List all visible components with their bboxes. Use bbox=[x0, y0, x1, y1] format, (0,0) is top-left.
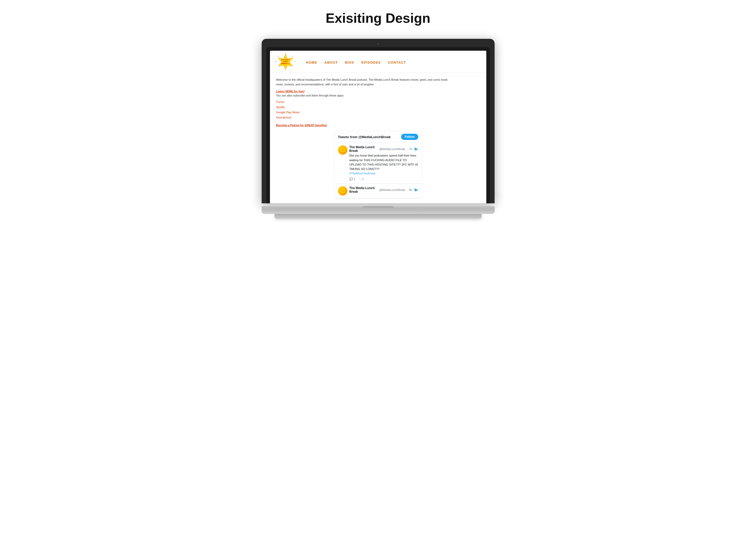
reply-icon: 💬 bbox=[349, 178, 353, 181]
twitter-header-title: Tweets from @MediaLunchBreak bbox=[338, 135, 391, 139]
tweet-meta: The Media Lunch Break @MediaLunchBreak ·… bbox=[349, 145, 418, 153]
app-links: iTunes Spotify Google Play Music Soundcl… bbox=[276, 100, 480, 120]
tweet-time-value: 7h bbox=[409, 147, 412, 150]
twitter-widget: Tweets from @MediaLunchBreak Follow MLB bbox=[334, 131, 422, 198]
nav-episodes[interactable]: EPISODES bbox=[362, 61, 381, 64]
laptop-foot bbox=[275, 214, 482, 219]
app-itunes[interactable]: iTunes bbox=[276, 100, 480, 105]
welcome-text: Welcome to the official headquarters of … bbox=[276, 78, 452, 87]
svg-text:MLB: MLB bbox=[341, 190, 344, 192]
app-spotify[interactable]: Spotify bbox=[276, 105, 480, 110]
svg-line-4 bbox=[278, 56, 279, 57]
tweet-name: The Media Lunch Break bbox=[349, 145, 378, 153]
tweet-time-2: · bbox=[407, 188, 407, 191]
tweet-name-2: The Media Lunch Break bbox=[349, 186, 378, 193]
tweet-content-2: The Media Lunch Break @MediaLunchBreak ·… bbox=[349, 186, 418, 195]
camera-dot bbox=[378, 43, 379, 45]
tweet-like-action[interactable]: ♡ 1 bbox=[359, 178, 364, 181]
nav-about[interactable]: ABOUT bbox=[325, 61, 338, 64]
main-nav: HOME ABOUT BIOS EPISODES CONTACT bbox=[306, 61, 406, 64]
tweet-avatar: MLB bbox=[338, 145, 347, 155]
site-logo[interactable]: THE MEDIA LUNCH BREAK !! bbox=[275, 53, 298, 71]
app-google-play[interactable]: Google Play Music bbox=[276, 110, 480, 115]
listen-link[interactable]: Listen HERE for free! bbox=[276, 90, 480, 93]
twitter-widget-container: Tweets from @MediaLunchBreak Follow MLB bbox=[276, 131, 480, 198]
patron-link[interactable]: Become a Patron for GREAT benefits! bbox=[276, 124, 480, 127]
svg-line-2 bbox=[292, 56, 293, 57]
laptop-touchpad bbox=[363, 206, 394, 208]
tweet-meta-2: The Media Lunch Break @MediaLunchBreak ·… bbox=[349, 186, 418, 193]
laptop-keyboard-base bbox=[262, 206, 495, 214]
twitter-header: Tweets from @MediaLunchBreak Follow bbox=[334, 131, 422, 143]
tweet-content: The Media Lunch Break @MediaLunchBreak ·… bbox=[349, 145, 418, 181]
laptop-body: THE MEDIA LUNCH BREAK !! HOME ABOUT BIOS… bbox=[262, 39, 495, 203]
page-title: Exisiting Design bbox=[326, 10, 430, 26]
tweet-item-2: MLB The Media Lunch Break @MediaLunchBre… bbox=[334, 184, 422, 198]
screen-bezel: THE MEDIA LUNCH BREAK !! HOME ABOUT BIOS… bbox=[266, 47, 490, 203]
tweet-handle: @MediaLunchBreak bbox=[379, 147, 405, 150]
tweet-time-value-2: 8h bbox=[409, 188, 412, 191]
tweet-actions: 💬 1 ♡ 1 bbox=[349, 178, 418, 181]
tweet-reply-action[interactable]: 💬 1 bbox=[349, 178, 355, 181]
logo-text: THE MEDIA LUNCH BREAK !! bbox=[278, 59, 292, 65]
tweet-hashtag[interactable]: #TheMoreYouKnow bbox=[349, 172, 376, 175]
laptop-screen: THE MEDIA LUNCH BREAK !! HOME ABOUT BIOS… bbox=[270, 51, 486, 203]
twitter-bird-icon-2: 🐦 bbox=[414, 188, 418, 192]
nav-contact[interactable]: CONTACT bbox=[388, 61, 406, 64]
nav-home[interactable]: HOME bbox=[306, 61, 317, 64]
heart-icon: ♡ bbox=[359, 178, 362, 181]
follow-button[interactable]: Follow bbox=[401, 134, 418, 140]
subscribe-text: You can also subscribe and listen throug… bbox=[276, 94, 480, 97]
site-header: THE MEDIA LUNCH BREAK !! HOME ABOUT BIOS… bbox=[270, 51, 486, 73]
tweet-item: MLB The Media Lunch Break @MediaLunchBre… bbox=[334, 143, 422, 184]
twitter-bird-icon: 🐦 bbox=[414, 147, 418, 151]
tweet-avatar-2: MLB bbox=[338, 186, 347, 195]
laptop-mockup: THE MEDIA LUNCH BREAK !! HOME ABOUT BIOS… bbox=[262, 39, 495, 219]
tweet-time: · bbox=[407, 147, 407, 150]
reply-count: 1 bbox=[354, 178, 355, 181]
app-soundcloud[interactable]: Soundcloud bbox=[276, 115, 480, 120]
tweet-handle-2: @MediaLunchBreak bbox=[379, 188, 405, 191]
svg-text:MLB: MLB bbox=[341, 150, 344, 151]
site-content: Welcome to the official headquarters of … bbox=[270, 73, 486, 203]
like-count: 1 bbox=[362, 178, 364, 181]
tweet-text: Did you know that podcasters spend half … bbox=[349, 153, 418, 176]
nav-bios[interactable]: BIOS bbox=[345, 61, 354, 64]
